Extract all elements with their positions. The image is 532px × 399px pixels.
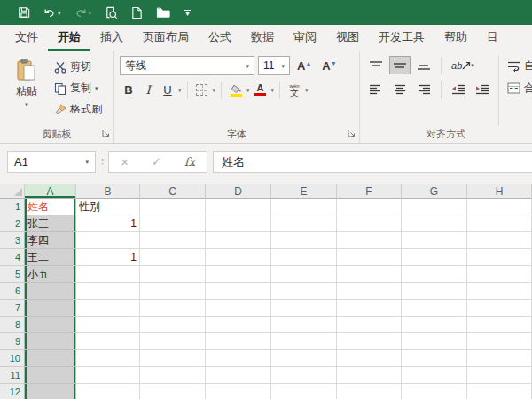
phonetic-dropdown-icon[interactable]: ▾ xyxy=(305,87,309,93)
column-header-F[interactable]: F xyxy=(337,184,402,199)
cell-D12[interactable] xyxy=(206,384,271,399)
tab-insert[interactable]: 插入 xyxy=(90,25,133,51)
cell-E1[interactable] xyxy=(271,199,337,215)
cell-H9[interactable] xyxy=(467,333,532,350)
cell-B9[interactable] xyxy=(76,333,140,350)
tab-data[interactable]: 数据 xyxy=(241,25,284,51)
cell-D10[interactable] xyxy=(206,350,271,367)
cell-C6[interactable] xyxy=(140,283,206,300)
cell-A6[interactable] xyxy=(25,283,76,300)
cell-E12[interactable] xyxy=(271,384,337,399)
cell-F7[interactable] xyxy=(337,300,402,317)
cell-B6[interactable] xyxy=(76,283,140,300)
cell-E2[interactable] xyxy=(271,215,337,232)
name-box[interactable]: A1 ▾ xyxy=(7,151,96,173)
cell-D11[interactable] xyxy=(206,367,271,384)
cell-H7[interactable] xyxy=(467,300,532,317)
bold-button[interactable]: B xyxy=(120,81,137,99)
font-name-combo[interactable]: 等线 ▾ xyxy=(120,56,254,75)
cell-D2[interactable] xyxy=(206,215,271,232)
tab-developer[interactable]: 开发工具 xyxy=(369,25,434,51)
cell-A3[interactable]: 李四 xyxy=(25,232,76,249)
tab-file[interactable]: 文件 xyxy=(5,25,48,51)
cell-H8[interactable] xyxy=(467,317,532,333)
column-header-H[interactable]: H xyxy=(467,184,532,199)
name-box-dropdown-icon[interactable]: ▾ xyxy=(85,159,89,165)
tab-formulas[interactable]: 公式 xyxy=(199,25,241,51)
cell-F6[interactable] xyxy=(337,283,402,300)
tab-view[interactable]: 视图 xyxy=(326,25,369,51)
row-header-10[interactable]: 10 xyxy=(0,350,25,367)
orientation-dropdown-icon[interactable]: ▾ xyxy=(471,62,474,68)
top-align-button[interactable] xyxy=(365,56,387,74)
cell-D7[interactable] xyxy=(206,300,271,317)
copy-button[interactable]: 复制 ▾ xyxy=(51,79,105,98)
undo-button[interactable]: ▾ xyxy=(43,7,61,19)
cell-B1[interactable]: 性别 xyxy=(76,199,140,215)
cell-H4[interactable] xyxy=(467,249,532,266)
cell-G7[interactable] xyxy=(402,300,467,317)
cell-G9[interactable] xyxy=(402,333,467,350)
tab-review[interactable]: 审阅 xyxy=(284,25,326,51)
cell-G8[interactable] xyxy=(402,317,467,333)
row-header-6[interactable]: 6 xyxy=(0,283,25,300)
cell-F12[interactable] xyxy=(337,384,402,399)
fill-color-button[interactable] xyxy=(227,81,245,99)
cell-H6[interactable] xyxy=(467,283,532,300)
cell-H12[interactable] xyxy=(467,384,532,399)
clipboard-dialog-launcher-icon[interactable] xyxy=(102,129,110,139)
cell-B12[interactable] xyxy=(76,384,140,399)
cell-A12[interactable] xyxy=(25,384,76,399)
cell-B2[interactable]: 1 xyxy=(76,215,140,232)
italic-button[interactable]: I xyxy=(139,81,157,99)
row-header-5[interactable]: 5 xyxy=(0,266,25,283)
cell-G1[interactable] xyxy=(402,199,467,215)
phonetic-guide-button[interactable]: wén 文 xyxy=(286,81,303,99)
column-header-G[interactable]: G xyxy=(402,184,467,199)
save-icon[interactable] xyxy=(18,6,30,19)
cell-D1[interactable] xyxy=(206,199,271,215)
cell-C3[interactable] xyxy=(140,232,206,249)
cell-G4[interactable] xyxy=(402,249,467,266)
cell-B3[interactable] xyxy=(76,232,140,249)
cell-F9[interactable] xyxy=(337,333,402,350)
row-header-2[interactable]: 2 xyxy=(0,215,25,232)
bottom-align-button[interactable] xyxy=(413,56,434,74)
cell-A1[interactable]: 姓名 xyxy=(25,199,76,215)
select-all-corner[interactable] xyxy=(0,184,25,199)
borders-button[interactable] xyxy=(193,81,211,99)
column-header-E[interactable]: E xyxy=(271,184,337,199)
cell-H3[interactable] xyxy=(467,232,532,249)
cell-A2[interactable]: 张三 xyxy=(25,215,76,232)
cell-G11[interactable] xyxy=(402,367,467,384)
cell-A5[interactable]: 小五 xyxy=(25,266,76,283)
align-center-button[interactable] xyxy=(389,80,411,98)
column-header-C[interactable]: C xyxy=(140,184,206,199)
cell-D4[interactable] xyxy=(206,249,271,266)
cell-C7[interactable] xyxy=(140,300,206,317)
align-left-button[interactable] xyxy=(365,80,387,98)
column-header-A[interactable]: A xyxy=(25,184,76,199)
font-color-button[interactable]: A xyxy=(252,81,270,99)
cell-E11[interactable] xyxy=(271,367,337,384)
cell-G12[interactable] xyxy=(402,384,467,399)
paste-button[interactable]: 粘贴 ▾ xyxy=(5,56,48,126)
cell-D9[interactable] xyxy=(206,333,271,350)
new-file-icon[interactable] xyxy=(131,6,143,20)
cell-A10[interactable] xyxy=(25,350,76,367)
align-right-button[interactable] xyxy=(413,80,434,98)
enter-icon[interactable]: ✓ xyxy=(152,155,161,168)
increase-indent-button[interactable] xyxy=(472,80,493,98)
tab-partial[interactable]: 目 xyxy=(477,25,508,51)
cell-D3[interactable] xyxy=(206,232,271,249)
cell-B7[interactable] xyxy=(76,300,140,317)
cancel-icon[interactable]: × xyxy=(121,154,129,169)
font-size-dropdown-icon[interactable]: ▾ xyxy=(281,63,285,69)
column-header-D[interactable]: D xyxy=(206,184,271,199)
cell-F3[interactable] xyxy=(337,232,402,249)
undo-dropdown-icon[interactable]: ▾ xyxy=(58,10,61,16)
cell-G2[interactable] xyxy=(402,215,467,232)
font-color-dropdown-icon[interactable]: ▾ xyxy=(271,87,275,93)
cell-G5[interactable] xyxy=(402,266,467,283)
middle-align-button[interactable] xyxy=(389,56,411,74)
